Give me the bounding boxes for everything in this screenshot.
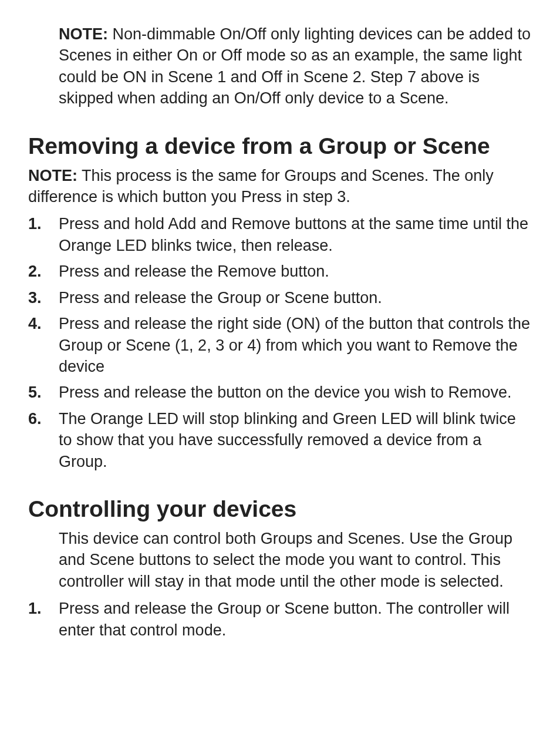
step-number: 6.	[28, 408, 59, 429]
step-number: 1.	[28, 213, 59, 234]
step-number: 5.	[28, 382, 59, 403]
step-number: 4.	[28, 313, 59, 334]
step-text: Press and release the Group or Scene but…	[59, 287, 532, 308]
section-heading-removing: Removing a device from a Group or Scene	[28, 133, 532, 160]
note-text: This process is the same for Groups and …	[28, 167, 494, 206]
list-item: 1. Press and release the Group or Scene …	[28, 598, 532, 641]
list-item: 5. Press and release the button on the d…	[28, 382, 532, 403]
list-item: 2. Press and release the Remove button.	[28, 261, 532, 282]
list-item: 6. The Orange LED will stop blinking and…	[28, 408, 532, 472]
section-heading-controlling: Controlling your devices	[28, 496, 532, 523]
note-text: Non-dimmable On/Off only lighting device…	[59, 25, 531, 107]
step-text: The Orange LED will stop blinking and Gr…	[59, 408, 532, 472]
step-number: 1.	[28, 598, 59, 619]
steps-list-removing: 1. Press and hold Add and Remove buttons…	[28, 213, 532, 472]
list-item: 3. Press and release the Group or Scene …	[28, 287, 532, 308]
intro-text-controlling: This device can control both Groups and …	[28, 528, 532, 592]
step-text: Press and release the Group or Scene but…	[59, 598, 532, 641]
top-note-block: NOTE: Non-dimmable On/Off only lighting …	[28, 23, 532, 109]
section-note-removing: NOTE: This process is the same for Group…	[28, 165, 532, 208]
note-label: NOTE:	[59, 25, 108, 43]
note-label: NOTE:	[28, 167, 77, 184]
step-text: Press and hold Add and Remove buttons at…	[59, 213, 532, 256]
steps-list-controlling: 1. Press and release the Group or Scene …	[28, 598, 532, 641]
step-text: Press and release the right side (ON) of…	[59, 313, 532, 377]
list-item: 4. Press and release the right side (ON)…	[28, 313, 532, 377]
step-text: Press and release the Remove button.	[59, 261, 532, 282]
step-text: Press and release the button on the devi…	[59, 382, 532, 403]
step-number: 3.	[28, 287, 59, 308]
step-number: 2.	[28, 261, 59, 282]
list-item: 1. Press and hold Add and Remove buttons…	[28, 213, 532, 256]
